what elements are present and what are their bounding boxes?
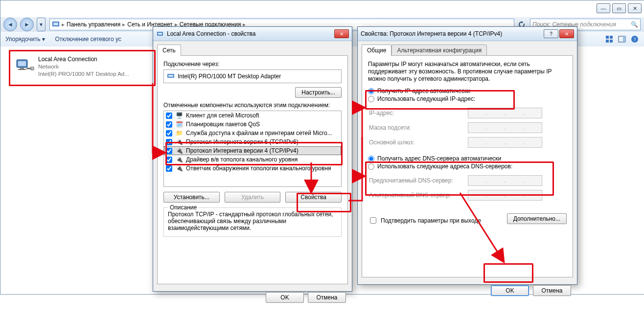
list-item[interactable]: 🔌Протокол Интернета версии 6 (TCP/IPv6) [164,137,341,146]
dialog-title: Local Area Connection - свойства [167,30,255,37]
svg-rect-1 [53,23,58,25]
view-options-button[interactable] [604,34,614,44]
protocol-icon: 🔌 [175,156,183,163]
organize-menu[interactable]: Упорядочить ▾ [5,36,45,43]
svg-rect-2 [606,36,609,39]
list-item[interactable]: 🔌Ответчик обнаружения топологии канально… [164,164,341,173]
properties-button[interactable]: Свойства [285,192,342,203]
radio-label: Использовать следующие адреса DNS-сервер… [377,163,512,170]
minimize-button[interactable]: — [597,3,610,13]
list-item[interactable]: 🖥️Клиент для сетей Microsoft [164,111,341,120]
service-icon: 🗓️ [175,120,183,128]
protocol-icon: 🔌 [175,147,183,155]
svg-rect-7 [623,36,625,42]
dialog-titlebar[interactable]: Свойства: Протокол Интернета версии 4 (T… [358,27,577,41]
component-label: Протокол Интернета версии 6 (TCP/IPv6) [186,138,299,145]
nav-history-button[interactable]: ▾ [37,18,46,31]
ok-button[interactable]: OK [266,292,304,303]
label-gateway: Основной шлюз: [369,136,467,149]
component-checkbox[interactable] [166,148,172,154]
svg-rect-4 [606,40,609,43]
radio-manual-dns[interactable]: Использовать следующие адреса DNS-сервер… [368,163,567,170]
radio-auto-dns[interactable]: Получить адрес DNS-сервера автоматически [368,155,567,162]
component-label: Клиент для сетей Microsoft [186,112,259,119]
dialog-close-button[interactable]: ✕ [334,29,349,38]
validate-on-exit-checkbox[interactable]: Подтвердить параметры при выходе [368,216,481,225]
nav-back-button[interactable]: ◄ [3,18,17,31]
component-checkbox[interactable] [166,113,172,119]
ip-address-input: ... [468,108,542,118]
svg-rect-3 [610,36,613,39]
component-label: Ответчик обнаружения топологии канальног… [186,165,331,172]
label-dns1: Предпочитаемый DNS-сервер: [369,174,467,187]
service-icon: 📁 [175,129,183,137]
svg-rect-18 [168,75,173,77]
dns-fields: Предпочитаемый DNS-сервер: ... Альтернат… [368,173,567,203]
ok-button[interactable]: OK [491,285,529,296]
gateway-input: ... [468,137,542,148]
nav-forward-button[interactable]: ► [20,18,34,31]
checkbox-input[interactable] [370,217,376,224]
label-dns2: Альтернативный DNS-сервер: [369,188,467,202]
adapter-display: Intel(R) PRO/1000 MT Desktop Adapter [163,69,342,83]
checkbox-label: Подтвердить параметры при выходе [381,217,481,224]
configure-button[interactable]: Настроить... [295,87,342,98]
components-label: Отмеченные компоненты используются этим … [163,102,342,109]
protocol-icon: 🔌 [175,138,183,146]
maximize-button[interactable]: ▭ [612,3,626,13]
list-item-selected[interactable]: 🔌Протокол Интернета версии 4 (TCP/IPv4) [164,146,341,155]
close-button[interactable]: ✕ [628,3,642,13]
list-item[interactable]: 📁Служба доступа к файлам и принтерам сет… [164,129,341,137]
list-item[interactable]: 🔌Драйвер в/в тополога канального уровня [164,155,341,164]
components-list[interactable]: 🖥️Клиент для сетей Microsoft 🗓️Планировщ… [163,111,342,187]
radio-input[interactable] [368,163,374,170]
description-legend: Описание [168,204,199,211]
help-button[interactable]: ? [630,34,640,44]
component-label: Служба доступа к файлам и принтерам сете… [186,130,332,137]
connection-name: Local Area Connection [38,56,129,63]
dialog-help-button[interactable]: ? [544,29,558,38]
component-checkbox[interactable] [166,130,172,137]
list-item[interactable]: 🗓️Планировщик пакетов QoS [164,120,341,129]
tab-network[interactable]: Сеть [157,45,181,56]
radio-input[interactable] [368,96,374,102]
search-icon: 🔍 [631,21,638,28]
chevron-down-icon: ▾ [42,36,45,43]
radio-manual-ip[interactable]: Использовать следующий IP-адрес: [368,95,567,102]
install-button[interactable]: Установить... [163,192,220,203]
component-checkbox[interactable] [166,121,172,128]
connection-tile[interactable]: Local Area Connection Network Intel(R) P… [12,53,156,87]
component-label: Протокол Интернета версии 4 (TCP/IPv4) [186,147,299,154]
protocol-icon: 🔌 [175,164,183,172]
component-checkbox[interactable] [166,157,172,163]
connection-adapter: Intel(R) PRO/1000 MT Desktop Ad... [38,70,129,78]
label-mask: Маска подсети: [369,121,467,135]
advanced-button[interactable]: Дополнительно... [507,213,567,224]
connect-via-label: Подключение через: [163,61,342,68]
radio-input[interactable] [368,156,374,162]
cancel-button[interactable]: Отмена [533,285,571,296]
remove-button: Удалить [225,192,281,203]
adapter-icon [167,72,175,81]
radio-input[interactable] [368,88,374,94]
svg-text:?: ? [634,36,636,42]
tab-alternate-config[interactable]: Альтернативная конфигурация [391,45,487,56]
component-checkbox[interactable] [166,165,172,172]
connection-status: Network [38,63,129,70]
tab-general[interactable]: Общие [362,45,391,56]
dialog-titlebar[interactable]: Local Area Connection - свойства ✕ [153,27,352,41]
intro-text: Параметры IP могут назначаться автоматич… [368,61,567,83]
dialog-title: Свойства: Протокол Интернета версии 4 (T… [361,30,502,37]
component-checkbox[interactable] [166,139,172,145]
breadcrumb-item[interactable]: Панель управления [67,21,120,28]
radio-label: Получить адрес DNS-сервера автоматически [377,155,501,162]
dialog-close-button[interactable]: ✕ [559,29,574,38]
disable-adapter-action[interactable]: Отключение сетевого ус [55,36,121,43]
radio-auto-ip[interactable]: Получить IP-адрес автоматически [368,88,567,94]
cancel-button[interactable]: Отмена [308,292,346,303]
client-icon: 🖥️ [175,112,183,119]
svg-rect-13 [18,69,26,70]
alternate-dns-input: ... [468,190,542,201]
subnet-mask-input: ... [468,122,542,133]
preview-pane-button[interactable] [617,34,627,44]
